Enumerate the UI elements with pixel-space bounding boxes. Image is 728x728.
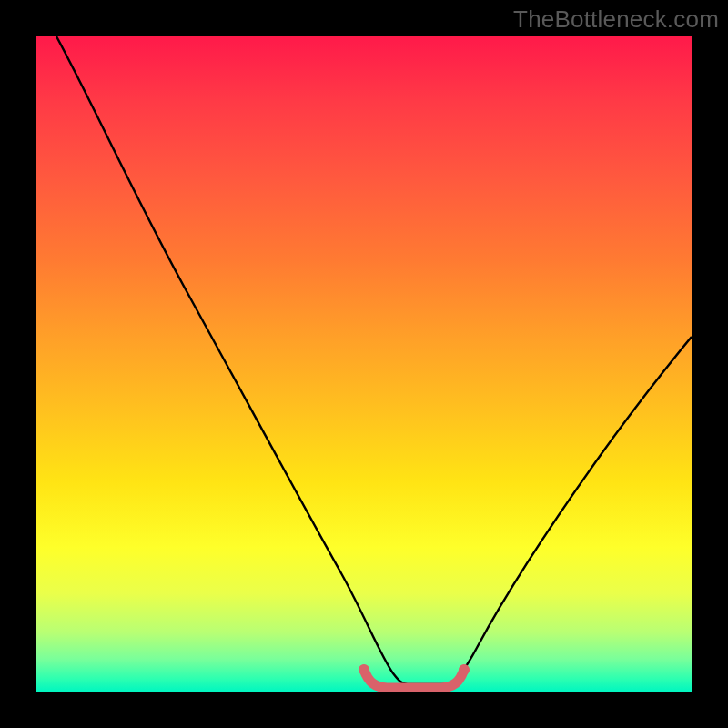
pink-endpoint-right — [459, 664, 470, 675]
chart-frame: TheBottleneck.com — [0, 0, 728, 728]
black-curve — [56, 36, 692, 684]
watermark-text: TheBottleneck.com — [513, 5, 719, 34]
pink-flat-segment — [364, 670, 464, 688]
plot-area — [36, 36, 692, 692]
pink-endpoint-left — [359, 664, 369, 675]
curve-layer — [36, 36, 692, 692]
